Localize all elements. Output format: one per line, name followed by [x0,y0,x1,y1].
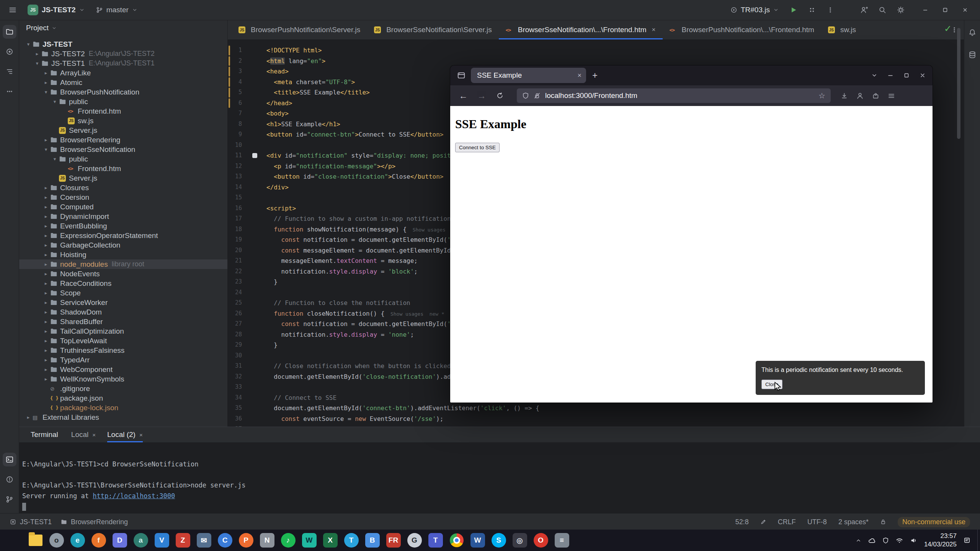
line-number[interactable]: 17 [228,214,266,224]
extensions-icon[interactable] [872,92,879,99]
license-badge[interactable]: Non-commercial use [898,517,970,527]
taskbar-app-mail[interactable]: ✉ [193,530,214,551]
tree-item-expressionoperatorstatement[interactable]: ▸ExpressionOperatorStatement [19,231,227,240]
indent-setting[interactable]: 2 spaces* [838,518,869,526]
tree-chevron-icon[interactable]: ▸ [42,242,50,248]
tree-item-truthinessfalsiness[interactable]: ▸TruthinessFalsiness [19,346,227,355]
tree-item-browserrendering[interactable]: ▸BrowserRendering [19,135,227,145]
tree-item-closures[interactable]: ▸Closures [19,183,227,192]
tree-chevron-icon[interactable]: ▸ [42,261,50,267]
tree-chevron-icon[interactable]: ▾ [51,156,59,162]
taskbar-clock[interactable]: 23:57 14/03/2025 [924,532,957,549]
line-number[interactable]: 30 [228,350,266,361]
tree-item-server-js[interactable]: JSServer.js [19,173,227,183]
commit-tool-icon[interactable] [3,45,16,59]
line-number[interactable]: 37 [228,424,266,427]
tree-item-coersion[interactable]: ▸Coersion [19,192,227,202]
editor-tab[interactable]: JSBrowserSseNotification\Server.js [367,20,499,39]
editor-tab[interactable]: JSsw.js [821,20,863,39]
code-line[interactable]: 37 [228,424,964,427]
tree-chevron-icon[interactable]: ▸ [42,338,50,344]
line-number[interactable]: 16 [228,203,266,214]
tree-chevron-icon[interactable]: ▸ [42,70,50,76]
more-actions-icon[interactable] [824,3,837,16]
tracking-shield-icon[interactable] [522,92,529,99]
taskbar-app-atom[interactable]: a [130,530,151,551]
minimize-button[interactable] [916,3,934,17]
tree-item-serviceworker[interactable]: ▸ServiceWorker [19,298,227,307]
tree-item-external-libraries[interactable]: ▸▤External Libraries [19,412,227,422]
code-line[interactable]: 2<html lang="en"> [228,56,964,67]
line-number[interactable]: 3 [228,66,266,77]
line-number[interactable]: 11 [228,150,266,161]
tree-chevron-icon[interactable]: ▸ [42,204,50,210]
tree-chevron-icon[interactable]: ▸ [24,414,33,420]
close-button[interactable] [956,3,974,17]
line-number[interactable]: 31 [228,361,266,372]
network-wifi-icon[interactable] [896,537,903,544]
tree-item-atomic[interactable]: ▸Atomic [19,78,227,87]
search-icon[interactable] [876,3,889,16]
line-number[interactable]: 10 [228,140,266,151]
reload-icon[interactable] [492,92,508,99]
tab-close-icon[interactable]: × [92,432,96,438]
close-button[interactable] [920,72,926,78]
taskbar-chrome[interactable] [446,530,467,551]
taskbar-file-explorer[interactable] [25,530,46,551]
tree-chevron-icon[interactable]: ▸ [33,51,41,57]
line-number[interactable]: 35 [228,403,266,414]
taskbar-excel[interactable]: X [320,530,341,551]
more-tool-windows-icon[interactable] [3,85,16,98]
tree-chevron-icon[interactable]: ▸ [42,328,50,334]
line-number[interactable]: 9 [228,129,266,140]
tree-item-nodeevents[interactable]: ▸NodeEvents [19,269,227,279]
tree-item-toplevelawait[interactable]: ▸TopLevelAwait [19,336,227,346]
tree-item-webcomponent[interactable]: ▸WebComponent [19,365,227,374]
taskbar-spotify[interactable]: ♪ [278,530,299,551]
tree-item-public[interactable]: ▾public [19,154,227,164]
tree-chevron-icon[interactable]: ▸ [42,347,50,353]
line-number[interactable]: 2 [228,56,266,67]
line-number[interactable]: 25 [228,298,266,308]
tree-item-package-lock-json[interactable]: { }package-lock.json [19,403,227,412]
tree-chevron-icon[interactable]: ▸ [42,252,50,258]
tree-chevron-icon[interactable]: ▸ [42,271,50,277]
tab-close-icon[interactable]: × [577,72,581,80]
line-number[interactable]: 22 [228,266,266,277]
tree-item-arraylike[interactable]: ▸ArrayLike [19,68,227,78]
tree-item-frontend-htm[interactable]: <>Frontend.htm [19,106,227,116]
tree-item-computed[interactable]: ▸Computed [19,202,227,212]
code-with-me-icon[interactable] [858,3,871,16]
line-ending[interactable]: CRLF [778,518,796,526]
services-icon[interactable] [805,3,818,16]
taskbar-start-button[interactable] [4,530,25,551]
taskbar-app-compass[interactable]: C [214,530,235,551]
line-number[interactable]: 23 [228,277,266,287]
caret-position[interactable]: 52:8 [735,518,749,526]
notifications-bell-icon[interactable] [965,26,979,39]
taskbar-opera[interactable]: O [530,530,551,551]
defender-shield-icon[interactable] [882,537,889,544]
tree-item-public[interactable]: ▾public [19,97,227,106]
tree-item-raceconditions[interactable]: ▸RaceConditions [19,279,227,288]
line-number[interactable]: 26 [228,308,266,319]
status-module[interactable]: JS-TEST1 [20,518,52,526]
taskbar-app-edge[interactable]: e [67,530,88,551]
readonly-lock-icon[interactable] [880,519,886,525]
line-number[interactable]: 4 [228,77,266,88]
tree-item-js-test1[interactable]: ▾JS-TEST1E:\Angular\JS-TEST1 [19,59,227,68]
minimize-button[interactable] [887,72,893,78]
vcs-branch-widget[interactable]: master [93,4,140,16]
tree-chevron-icon[interactable]: ▾ [51,99,59,104]
account-icon[interactable] [856,92,864,99]
file-encoding[interactable]: UTF-8 [807,518,827,526]
version-control-tool-icon[interactable] [3,492,16,506]
editor-tab[interactable]: <>BrowserSseNotification\...\Frontend.ht… [499,20,663,39]
line-number[interactable]: 7 [228,108,266,119]
taskbar-app-media[interactable]: o [46,530,67,551]
browser-tab[interactable]: SSE Example × [471,68,586,83]
tree-item-eventbubbling[interactable]: ▸EventBubbling [19,221,227,231]
editor-tab[interactable]: JSBrowserPushNotification\Server.js [232,20,367,39]
tree-item-dynamicimport[interactable]: ▸DynamicImport [19,212,227,221]
tree-item-server-js[interactable]: JSServer.js [19,126,227,135]
